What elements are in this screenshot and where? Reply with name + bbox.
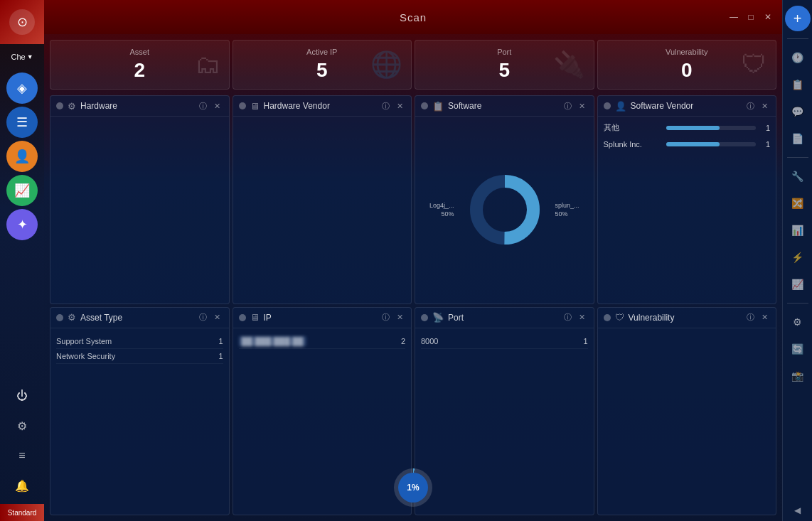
gear-icon[interactable]: ⚙ <box>786 311 809 333</box>
stats-row: Asset 2 🗂 Active IP 5 🌐 Port 5 🔌 Vulnera… <box>44 34 782 92</box>
hardware-panel: ⚙ Hardware ⓘ ✕ <box>50 95 230 304</box>
splunk-label: splun_...50% <box>555 201 579 219</box>
scan-icon: ◈ <box>17 80 27 96</box>
username-label: Che <box>11 53 25 61</box>
hardware-panel-header: ⚙ Hardware ⓘ ✕ <box>50 96 229 117</box>
vulnerability-header: 🛡 Vulnerability ⓘ ✕ <box>598 308 776 328</box>
menu-icon[interactable]: ≡ <box>9 443 35 468</box>
port-info-btn[interactable]: ⓘ <box>562 312 574 323</box>
hardware-title: Hardware <box>80 101 193 111</box>
sidebar-item-chart[interactable]: 📈 <box>6 175 38 206</box>
clock-icon[interactable]: 🕐 <box>786 46 809 69</box>
stat-port: Port 5 🔌 <box>415 40 594 90</box>
maximize-button[interactable]: □ <box>745 11 757 23</box>
refresh-icon[interactable]: 🔄 <box>786 338 809 360</box>
asset-type-title: Asset Type <box>80 313 193 323</box>
add-button[interactable]: + <box>785 6 811 31</box>
sidebar-item-puzzle[interactable]: ✦ <box>6 209 38 240</box>
alert-icon[interactable]: 🔔 <box>9 473 35 498</box>
power-icon[interactable]: ⏻ <box>9 383 35 409</box>
chat-icon[interactable]: 💬 <box>786 100 809 123</box>
software-vendor-dot <box>604 102 611 109</box>
ip-title: IP <box>264 313 376 323</box>
bar-chart-icon[interactable]: 📊 <box>786 219 809 242</box>
page-title: Scan <box>400 11 427 23</box>
ip-actions: ⓘ ✕ <box>380 312 405 323</box>
table-icon[interactable]: 📋 <box>786 73 809 96</box>
wrench-icon[interactable]: 🔧 <box>786 165 809 188</box>
progress-outer-ring: 1% <box>394 468 432 507</box>
chevron-down-icon: ▼ <box>27 53 33 60</box>
analytics-icon[interactable]: 📈 <box>786 273 809 296</box>
vendor-row-other: 其他 1 <box>604 122 771 133</box>
user-menu[interactable]: Che ▼ <box>0 44 44 70</box>
right-divider-3 <box>787 303 808 304</box>
ip-close-btn[interactable]: ✕ <box>394 312 405 323</box>
port-dot <box>421 314 428 321</box>
asset-type-info-btn[interactable]: ⓘ <box>198 312 209 323</box>
software-title: Software <box>448 101 558 111</box>
asset-type-header: ⚙ Asset Type ⓘ ✕ <box>50 308 229 328</box>
sidebar-item-list[interactable]: ☰ <box>6 107 38 138</box>
ip-count: 2 <box>384 337 405 345</box>
asset-type-row-network: Network Security 1 <box>56 349 223 364</box>
stat-vuln-value: 0 <box>681 59 693 82</box>
hardware-vendor-info-btn[interactable]: ⓘ <box>380 100 391 112</box>
settings-icon[interactable]: ⚙ <box>9 413 35 439</box>
port-8000-value: 1 <box>567 337 588 345</box>
port-bg-icon: 🔌 <box>553 50 585 80</box>
hardware-vendor-close-btn[interactable]: ✕ <box>394 100 405 112</box>
progress-value: 1% <box>398 473 428 503</box>
activeip-bg-icon: 🌐 <box>370 50 402 80</box>
minimize-button[interactable]: — <box>728 11 739 23</box>
panels-container: ⚙ Hardware ⓘ ✕ 🖥 Hardware Vendor ⓘ <box>44 92 782 521</box>
software-close-btn[interactable]: ✕ <box>577 100 588 112</box>
hardware-vendor-dot <box>239 102 246 109</box>
hardware-close-btn[interactable]: ✕ <box>212 100 223 112</box>
asset-type-close-btn[interactable]: ✕ <box>212 312 223 323</box>
document-icon[interactable]: 📄 <box>786 127 809 150</box>
stat-port-label: Port <box>497 48 511 56</box>
vulnerability-close-btn[interactable]: ✕ <box>759 312 770 323</box>
branch-icon[interactable]: 🔀 <box>786 192 809 215</box>
vulnerability-info-btn[interactable]: ⓘ <box>744 312 756 323</box>
stat-activeip-label: Active IP <box>306 48 337 56</box>
stat-asset-label: Asset <box>129 48 149 56</box>
right-divider-2 <box>787 157 808 158</box>
stat-vuln-label: Vulnerability <box>666 48 708 56</box>
sidebar-item-scan[interactable]: ◈ <box>6 72 38 104</box>
port-close-btn[interactable]: ✕ <box>577 312 588 323</box>
vendor-bar-other-container <box>666 126 757 130</box>
sidebar-item-person[interactable]: 👤 <box>6 141 38 172</box>
ip-blurred-value: ██.███.███.██ <box>239 336 306 346</box>
software-info-btn[interactable]: ⓘ <box>562 100 574 112</box>
camera-icon[interactable]: 📸 <box>786 365 809 387</box>
asset-type-content: Support System 1 Network Security 1 <box>50 328 229 515</box>
top-panels-row: ⚙ Hardware ⓘ ✕ 🖥 Hardware Vendor ⓘ <box>50 95 776 304</box>
stat-asset: Asset 2 🗂 <box>50 40 230 90</box>
stat-active-ip: Active IP 5 🌐 <box>233 40 412 90</box>
software-panel: 📋 Software ⓘ ✕ Log4j_...50% <box>415 95 594 304</box>
collapse-button[interactable]: ◀ <box>794 505 801 515</box>
software-vendor-close-btn[interactable]: ✕ <box>759 100 770 112</box>
close-button[interactable]: ✕ <box>762 11 774 23</box>
vulnerability-panel: 🛡 Vulnerability ⓘ ✕ <box>597 307 777 516</box>
vulnerability-title: Vulnerability <box>629 313 741 323</box>
port-panel: 📡 Port ⓘ ✕ 8000 1 <box>415 307 594 516</box>
port-title: Port <box>448 313 558 323</box>
asset-type-panel: ⚙ Asset Type ⓘ ✕ Support System 1 Networ… <box>50 307 230 516</box>
software-vendor-content: 其他 1 Splunk Inc. 1 <box>598 117 776 304</box>
asset-type-network-value: 1 <box>202 352 223 360</box>
main-content: Scan — □ ✕ Asset 2 🗂 Active IP 5 🌐 Port … <box>44 0 782 521</box>
software-vendor-info-btn[interactable]: ⓘ <box>744 100 756 112</box>
vulnerability-dot <box>604 314 611 321</box>
scan-progress-circle[interactable]: 1% <box>394 468 432 507</box>
asset-type-network-name: Network Security <box>56 352 202 360</box>
hardware-info-btn[interactable]: ⓘ <box>198 100 209 112</box>
ip-dot <box>239 314 246 321</box>
vulnerability-content <box>598 328 776 515</box>
vendor-name-other: 其他 <box>604 122 661 133</box>
app-logo[interactable]: ⊙ <box>0 0 44 44</box>
merge-icon[interactable]: ⚡ <box>786 246 809 269</box>
ip-info-btn[interactable]: ⓘ <box>380 312 391 323</box>
